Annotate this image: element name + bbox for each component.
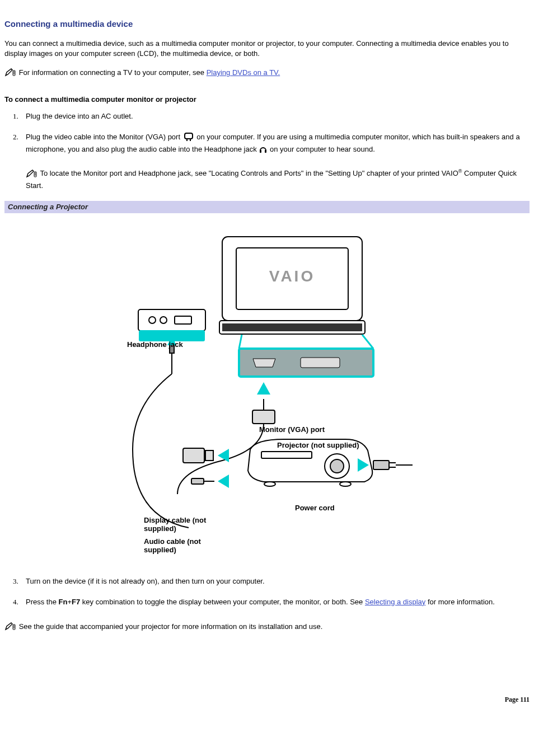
pencil-note-icon xyxy=(4,622,16,633)
pencil-note-icon xyxy=(26,169,37,181)
page-number: Page 111 xyxy=(4,695,530,705)
vga-port-icon xyxy=(182,132,195,144)
svg-rect-19 xyxy=(301,358,340,368)
end-note: See the guide that accompanied your proj… xyxy=(4,622,530,633)
headphone-jack-icon xyxy=(259,145,268,157)
step-2-note-a: To locate the Monitor port and Headphone… xyxy=(40,170,458,178)
figure-container: VAIO xyxy=(4,226,530,564)
svg-marker-32 xyxy=(257,382,270,395)
svg-rect-8 xyxy=(265,150,266,153)
page-title: Connecting a multimedia device xyxy=(4,18,530,30)
label-headphone-jack: Headphone jack xyxy=(127,341,183,349)
plus-sign: + xyxy=(67,598,72,606)
label-power-cord: Power cord xyxy=(295,504,335,513)
svg-rect-7 xyxy=(260,150,261,153)
figure-caption: Connecting a Projector xyxy=(4,201,530,213)
svg-point-25 xyxy=(160,317,167,323)
svg-rect-17 xyxy=(222,323,362,331)
label-display-cable: Display cable (not supplied) xyxy=(144,516,217,533)
end-note-text: See the guide that accompanied your proj… xyxy=(19,622,323,631)
svg-point-43 xyxy=(340,482,351,486)
svg-point-42 xyxy=(264,482,275,486)
step-2-text-a: Plug the video cable into the Monitor (V… xyxy=(26,133,182,141)
pencil-note-icon xyxy=(4,68,16,79)
svg-rect-44 xyxy=(373,461,389,469)
step-4-b: key combination to toggle the display be… xyxy=(80,598,365,606)
fn-key: Fn xyxy=(59,598,68,606)
svg-point-40 xyxy=(330,459,344,473)
tv-note: For information on connecting a TV to yo… xyxy=(4,68,530,79)
playing-dvds-link[interactable]: Playing DVDs on a TV. xyxy=(207,68,280,77)
svg-rect-36 xyxy=(191,478,204,484)
svg-rect-26 xyxy=(175,316,191,324)
svg-rect-41 xyxy=(261,452,312,458)
step-4: Press the Fn+F7 key combination to toggl… xyxy=(20,597,530,607)
tv-note-prefix: For information on connecting a TV to yo… xyxy=(19,68,207,77)
step-3: Turn on the device (if it is not already… xyxy=(20,576,530,586)
svg-rect-30 xyxy=(252,410,275,424)
svg-marker-38 xyxy=(218,475,229,488)
step-2: Plug the video cable into the Monitor (V… xyxy=(20,132,530,191)
svg-point-24 xyxy=(149,317,156,323)
f7-key: F7 xyxy=(72,598,80,606)
projector-diagram: VAIO xyxy=(110,226,424,561)
svg-line-20 xyxy=(239,335,242,349)
selecting-display-link[interactable]: Selecting a display xyxy=(365,598,425,606)
step-1: Plug the device into an AC outlet. xyxy=(20,111,530,121)
step-4-c: for more information. xyxy=(425,598,495,606)
step-2-text-c: on your computer to hear sound. xyxy=(270,145,375,153)
intro-text: You can connect a multimedia device, suc… xyxy=(4,39,530,59)
svg-rect-4 xyxy=(185,133,193,139)
subheading: To connect a multimedia computer monitor… xyxy=(4,95,530,105)
svg-rect-33 xyxy=(183,448,204,463)
label-audio-cable: Audio cable (not supplied) xyxy=(144,538,217,555)
label-projector: Projector (not supplied) xyxy=(277,442,359,450)
svg-text:VAIO: VAIO xyxy=(269,267,315,285)
step-4-a: Press the xyxy=(26,598,59,606)
label-vga-port: Monitor (VGA) port xyxy=(259,426,325,434)
svg-rect-34 xyxy=(205,450,213,461)
svg-line-21 xyxy=(362,335,373,349)
